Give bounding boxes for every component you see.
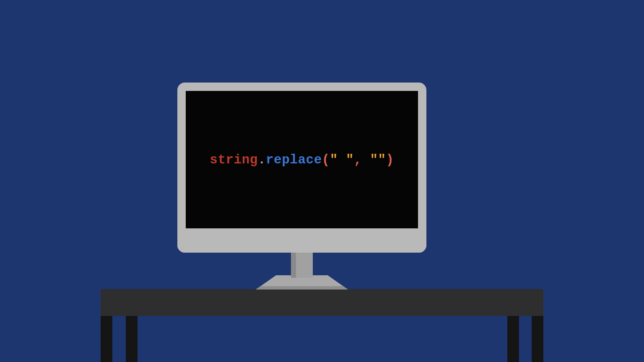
desk-leg (532, 316, 543, 362)
monitor: string.replace(" ", "") (177, 83, 426, 253)
desk-top (101, 289, 543, 316)
desk-leg (507, 316, 519, 362)
desk-leg (126, 316, 138, 362)
code-paren-open: ( (322, 153, 330, 167)
code-arg2: "" (370, 153, 386, 167)
monitor-screen: string.replace(" ", "") (186, 91, 418, 228)
code-dot: . (258, 153, 266, 167)
code-paren-close: ) (386, 153, 394, 167)
monitor-chin (177, 228, 426, 253)
code-function: replace (266, 153, 322, 167)
code-line: string.replace(" ", "") (210, 153, 394, 167)
code-arg1: " " (330, 153, 354, 167)
code-comma: , (354, 153, 370, 167)
desk-leg (101, 316, 112, 362)
code-variable: string (210, 153, 258, 167)
monitor-stand-neck (291, 253, 313, 278)
